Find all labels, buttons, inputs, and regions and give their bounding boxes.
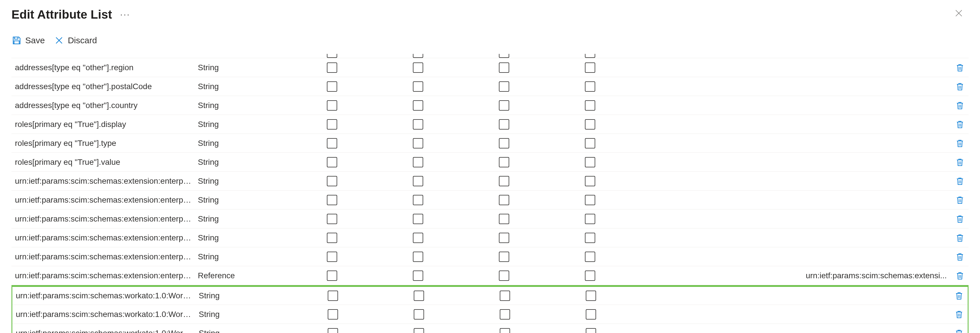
checkbox[interactable] xyxy=(585,157,595,167)
checkbox[interactable] xyxy=(499,195,509,205)
delete-button[interactable] xyxy=(955,101,964,110)
checkbox[interactable] xyxy=(327,119,337,130)
checkbox[interactable] xyxy=(499,138,509,149)
delete-button[interactable] xyxy=(955,329,964,333)
checkbox[interactable] xyxy=(414,309,424,320)
delete-button[interactable] xyxy=(955,63,964,72)
checkbox[interactable] xyxy=(413,176,423,186)
checkbox[interactable] xyxy=(413,138,423,149)
checkbox[interactable] xyxy=(499,81,509,92)
checkbox[interactable] xyxy=(586,328,596,333)
checkbox-cell xyxy=(413,138,499,149)
checkbox[interactable] xyxy=(499,62,509,73)
checkbox[interactable] xyxy=(499,252,509,262)
checkbox-cell xyxy=(585,195,671,205)
delete-button[interactable] xyxy=(955,310,964,319)
delete-button[interactable] xyxy=(955,271,964,280)
checkbox[interactable] xyxy=(413,100,423,111)
checkbox[interactable] xyxy=(327,62,337,73)
attribute-type: String xyxy=(198,139,327,148)
checkbox[interactable] xyxy=(414,290,424,301)
checkbox[interactable] xyxy=(327,214,337,224)
checkbox[interactable] xyxy=(413,62,423,73)
checkbox[interactable] xyxy=(499,119,509,130)
checkbox[interactable] xyxy=(328,328,338,333)
checkbox[interactable] xyxy=(414,328,424,333)
more-menu-icon[interactable]: ··· xyxy=(118,9,133,20)
delete-button[interactable] xyxy=(955,291,964,300)
checkbox[interactable] xyxy=(585,214,595,224)
checkbox[interactable] xyxy=(499,214,509,224)
attribute-type: String xyxy=(198,195,327,205)
checkbox[interactable] xyxy=(413,214,423,224)
checkbox-cell xyxy=(413,157,499,167)
delete-button[interactable] xyxy=(955,120,964,129)
attribute-table: addresses[type eq "other"].regionString … xyxy=(0,52,980,333)
checkbox[interactable] xyxy=(413,119,423,130)
checkbox-cell xyxy=(413,252,499,262)
table-row: addresses[type eq "other"].countryString xyxy=(11,96,969,115)
checkbox[interactable] xyxy=(585,62,595,73)
checkbox[interactable] xyxy=(327,252,337,262)
checkbox[interactable] xyxy=(499,233,509,243)
checkbox[interactable] xyxy=(413,81,423,92)
delete-button[interactable] xyxy=(955,252,964,262)
checkbox[interactable] xyxy=(585,195,595,205)
checkbox[interactable] xyxy=(585,54,595,58)
checkbox-cell xyxy=(586,290,672,301)
delete-cell xyxy=(951,139,969,148)
checkbox[interactable] xyxy=(585,100,595,111)
checkbox[interactable] xyxy=(328,309,338,320)
checkbox[interactable] xyxy=(327,233,337,243)
checkbox[interactable] xyxy=(327,81,337,92)
checkbox[interactable] xyxy=(327,157,337,167)
checkbox[interactable] xyxy=(586,290,596,301)
checkbox[interactable] xyxy=(327,138,337,149)
attribute-name: urn:ietf:params:scim:schemas:extension:e… xyxy=(11,176,198,186)
delete-button[interactable] xyxy=(955,195,964,205)
checkbox[interactable] xyxy=(413,271,423,281)
checkbox[interactable] xyxy=(585,271,595,281)
checkbox[interactable] xyxy=(499,176,509,186)
checkbox[interactable] xyxy=(586,309,596,320)
checkbox[interactable] xyxy=(499,54,509,58)
checkbox[interactable] xyxy=(500,309,510,320)
checkbox[interactable] xyxy=(413,233,423,243)
checkbox[interactable] xyxy=(413,195,423,205)
delete-button[interactable] xyxy=(955,176,964,186)
checkbox-cell xyxy=(585,157,671,167)
delete-cell xyxy=(951,158,969,167)
checkbox[interactable] xyxy=(327,54,337,58)
checkbox-cell xyxy=(413,214,499,224)
checkbox[interactable] xyxy=(499,100,509,111)
save-button[interactable]: Save xyxy=(11,35,45,46)
checkbox[interactable] xyxy=(413,54,423,58)
close-button[interactable] xyxy=(949,6,969,23)
delete-button[interactable] xyxy=(955,139,964,148)
delete-button[interactable] xyxy=(955,82,964,91)
checkbox-cell xyxy=(585,138,671,149)
checkbox[interactable] xyxy=(585,138,595,149)
checkbox[interactable] xyxy=(499,157,509,167)
attribute-name: roles[primary eq "True"].display xyxy=(11,120,198,129)
delete-button[interactable] xyxy=(955,158,964,167)
checkbox[interactable] xyxy=(585,176,595,186)
checkbox[interactable] xyxy=(327,271,337,281)
checkbox[interactable] xyxy=(585,119,595,130)
checkbox[interactable] xyxy=(327,176,337,186)
discard-button[interactable]: Discard xyxy=(54,35,97,46)
checkbox[interactable] xyxy=(499,271,509,281)
checkbox[interactable] xyxy=(500,290,510,301)
checkbox[interactable] xyxy=(585,81,595,92)
table-row: roles[primary eq "True"].typeString xyxy=(11,134,969,153)
checkbox[interactable] xyxy=(585,233,595,243)
checkbox[interactable] xyxy=(327,195,337,205)
checkbox[interactable] xyxy=(328,290,338,301)
checkbox[interactable] xyxy=(327,100,337,111)
delete-button[interactable] xyxy=(955,233,964,243)
checkbox[interactable] xyxy=(413,157,423,167)
delete-button[interactable] xyxy=(955,214,964,224)
checkbox[interactable] xyxy=(413,252,423,262)
checkbox[interactable] xyxy=(585,252,595,262)
checkbox[interactable] xyxy=(500,328,510,333)
